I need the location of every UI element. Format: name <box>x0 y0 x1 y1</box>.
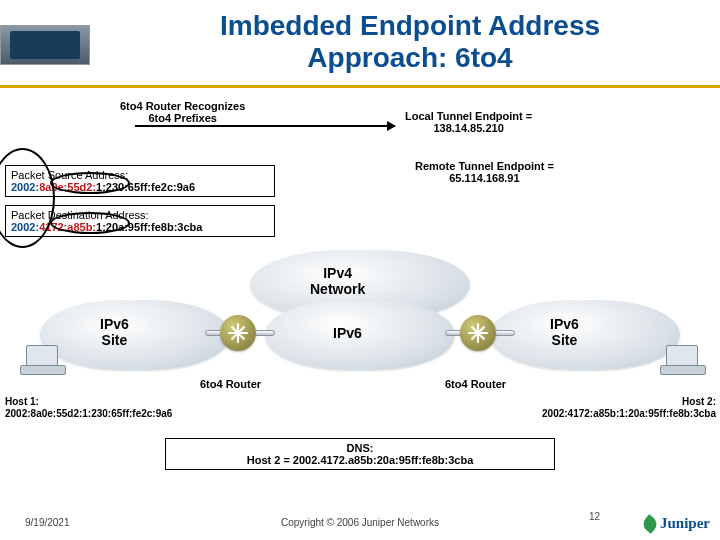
laptop-host2-icon <box>660 345 704 375</box>
leaf-icon <box>640 514 660 534</box>
callout-ellipse-dst <box>50 212 130 234</box>
title-line1: Imbedded Endpoint Address <box>220 10 600 41</box>
dns-line1: DNS: <box>347 442 374 454</box>
footer-copyright: Copyright © 2006 Juniper Networks <box>0 517 720 528</box>
recognizes-line1: 6to4 Router Recognizes <box>120 100 245 112</box>
local-ep-line1: Local Tunnel Endpoint = <box>405 110 532 122</box>
dns-box: DNS: Host 2 = 2002.4172.a85b:20a:95ff:fe… <box>165 438 555 470</box>
remote-ep-line1: Remote Tunnel Endpoint = <box>415 160 554 172</box>
host1-line1: Host 1: <box>5 396 39 407</box>
remote-endpoint-label: Remote Tunnel Endpoint = 65.114.168.91 <box>415 160 554 184</box>
cloud-left-label: IPv6 Site <box>100 316 129 348</box>
logo-text: Juniper <box>660 515 710 532</box>
laptop-host1-icon <box>20 345 64 375</box>
juniper-logo: Juniper <box>643 515 710 532</box>
dns-line2: Host 2 = 2002.4172.a85b:20a:95ff:fe8b:3c… <box>247 454 474 466</box>
local-ep-line2: 138.14.85.210 <box>433 122 503 134</box>
host2-line2: 2002:4172:a85b:1:20a:95ff:fe8b:3cba <box>542 408 716 419</box>
cloud-mid-label: IPv6 <box>333 325 362 341</box>
title-line2: Approach: 6to4 <box>307 42 512 73</box>
remote-ep-line2: 65.114.168.91 <box>449 172 519 184</box>
cloud-top-line2: Network <box>310 281 365 297</box>
cloud-right-line2: Site <box>552 332 578 348</box>
router-right-icon <box>460 315 496 351</box>
host2-line1: Host 2: <box>682 396 716 407</box>
arrow-right-icon <box>135 125 395 127</box>
cloud-top-line1: IPv4 <box>323 265 352 281</box>
mini-screenshot <box>10 31 80 59</box>
cloud-right-label: IPv6 Site <box>550 316 579 348</box>
recognizes-label: 6to4 Router Recognizes 6to4 Prefixes <box>120 100 245 124</box>
footer-page-number: 12 <box>589 511 600 522</box>
local-endpoint-label: Local Tunnel Endpoint = 138.14.85.210 <box>405 110 532 134</box>
title-underline <box>0 85 720 88</box>
cloud-ipv6-site-right <box>490 300 680 370</box>
host2-label: Host 2: 2002:4172:a85b:1:20a:95ff:fe8b:3… <box>542 396 716 420</box>
host1-label: Host 1: 2002:8a0e:55d2:1:230:65ff:fe2c:9… <box>5 396 172 420</box>
recognizes-line2: 6to4 Prefixes <box>148 112 216 124</box>
host1-line2: 2002:8a0e:55d2:1:230:65ff:fe2c:9a6 <box>5 408 172 419</box>
cloud-ipv6-site-left <box>40 300 230 370</box>
slide-title: Imbedded Endpoint Address Approach: 6to4 <box>110 10 710 74</box>
cloud-left-line1: IPv6 <box>100 316 129 332</box>
cloud-left-line2: Site <box>102 332 128 348</box>
header-bar <box>0 25 90 65</box>
router-left-icon <box>220 315 256 351</box>
cloud-top-label: IPv4 Network <box>310 265 365 297</box>
callout-ellipse-src <box>50 172 130 194</box>
router-right-label: 6to4 Router <box>445 378 506 390</box>
router-left-label: 6to4 Router <box>200 378 261 390</box>
cloud-right-line1: IPv6 <box>550 316 579 332</box>
